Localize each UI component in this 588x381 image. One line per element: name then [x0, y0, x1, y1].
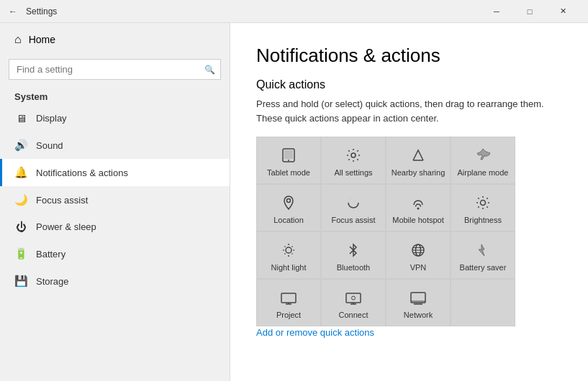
battery-icon: 🔋: [14, 247, 27, 260]
tile-tablet-mode-label: Tablet mode: [264, 168, 313, 178]
tile-network-label: Network: [401, 311, 435, 320]
sidebar-search-container: 🔍: [9, 59, 221, 80]
svg-rect-11: [346, 293, 361, 303]
svg-rect-10: [281, 293, 296, 303]
sidebar-item-label-battery: Battery: [36, 249, 65, 260]
svg-rect-1: [284, 150, 293, 159]
home-icon: ⌂: [14, 33, 22, 46]
sidebar-item-notifications[interactable]: 🔔 Notifications & actions: [0, 159, 230, 186]
battery-saver-icon: [475, 242, 491, 260]
sidebar-item-label-power: Power & sleep: [36, 221, 96, 232]
svg-point-5: [417, 207, 420, 209]
tablet-mode-icon: [281, 147, 297, 165]
tile-mobile-hotspot-label: Mobile hotspot: [389, 216, 447, 225]
svg-point-12: [352, 296, 356, 300]
project-icon: [281, 293, 297, 308]
tile-tablet-mode[interactable]: Tablet mode: [257, 137, 320, 183]
tile-vpn[interactable]: VPN: [386, 232, 450, 278]
tile-focus-assist[interactable]: Focus assist: [322, 185, 385, 231]
brightness-icon: [475, 195, 491, 213]
tile-nearby-sharing[interactable]: Nearby sharing: [386, 137, 450, 183]
sidebar-item-label-display: Display: [36, 113, 67, 124]
sidebar-item-display[interactable]: 🖥 Display: [0, 105, 230, 132]
connect-icon: [345, 293, 361, 308]
nearby-sharing-icon: [410, 147, 426, 165]
sidebar-item-battery[interactable]: 🔋 Battery: [0, 240, 230, 267]
window-controls: ─ □ ✕: [480, 0, 579, 23]
sidebar-item-label-sound: Sound: [36, 140, 63, 151]
tile-connect-label: Connect: [336, 311, 371, 320]
tile-vpn-label: VPN: [407, 263, 430, 272]
tile-night-light[interactable]: Night light: [257, 232, 320, 278]
sidebar-item-sound[interactable]: 🔊 Sound: [0, 132, 230, 159]
tile-all-settings[interactable]: All settings: [322, 137, 385, 183]
notifications-icon: 🔔: [14, 166, 27, 179]
focus-icon: 🌙: [14, 193, 27, 206]
tile-project-label: Project: [273, 311, 304, 320]
power-icon: ⏻: [14, 221, 27, 233]
night-light-icon: [281, 242, 297, 260]
vpn-icon: [410, 242, 426, 260]
tile-brightness[interactable]: Brightness: [451, 185, 515, 231]
storage-icon: 💾: [14, 275, 27, 288]
minimize-button[interactable]: ─: [480, 0, 513, 23]
sidebar-home[interactable]: ⌂ Home: [0, 23, 230, 56]
app-body: ⌂ Home 🔍 System 🖥 Display 🔊 Sound 🔔 Noti…: [0, 23, 588, 381]
search-icon: 🔍: [204, 65, 215, 75]
section-title: Quick actions: [256, 78, 562, 91]
bluetooth-icon: [347, 242, 360, 260]
tile-location-label: Location: [271, 216, 307, 225]
sidebar-item-label-focus: Focus assist: [36, 195, 88, 206]
tile-bluetooth[interactable]: Bluetooth: [322, 232, 385, 278]
svg-point-7: [286, 247, 291, 253]
tile-battery-saver[interactable]: Battery saver: [451, 232, 515, 278]
sidebar-item-focus[interactable]: 🌙 Focus assist: [0, 186, 230, 214]
tile-all-settings-label: All settings: [331, 168, 375, 178]
svg-point-3: [351, 153, 356, 157]
tile-focus-assist-label: Focus assist: [328, 216, 378, 225]
focus-assist-icon: [345, 195, 361, 213]
tile-night-light-label: Night light: [268, 263, 309, 272]
tile-airplane-mode-label: Airplane mode: [455, 168, 512, 178]
maximize-button[interactable]: □: [513, 0, 546, 23]
search-input[interactable]: [9, 59, 221, 80]
tile-airplane-mode[interactable]: Airplane mode: [451, 137, 515, 183]
all-settings-icon: [345, 147, 361, 165]
sidebar-item-label-storage: Storage: [36, 276, 69, 287]
tile-network[interactable]: Network: [386, 280, 450, 326]
sidebar-item-label-notifications: Notifications & actions: [36, 167, 128, 178]
tile-brightness-label: Brightness: [461, 216, 505, 225]
tile-project[interactable]: Project: [257, 280, 320, 326]
sound-icon: 🔊: [14, 139, 27, 152]
section-description: Press and hold (or select) quick actions…: [256, 97, 562, 125]
tile-location[interactable]: Location: [257, 185, 320, 231]
tile-connect[interactable]: Connect: [322, 280, 385, 326]
display-icon: 🖥: [14, 112, 27, 124]
sidebar-item-storage[interactable]: 💾 Storage: [0, 267, 230, 295]
title-bar: ← Settings ─ □ ✕: [0, 0, 588, 23]
svg-point-6: [481, 200, 486, 205]
sidebar-home-label: Home: [29, 34, 55, 45]
tile-empty: [451, 280, 515, 326]
tile-bluetooth-label: Bluetooth: [334, 263, 373, 272]
airplane-mode-icon: [475, 147, 491, 165]
svg-point-2: [288, 160, 289, 161]
network-icon: [410, 291, 426, 308]
back-button[interactable]: ←: [9, 6, 17, 17]
window-title: Settings: [26, 6, 480, 17]
sidebar-section-title: System: [0, 86, 230, 105]
page-title: Notifications & actions: [256, 45, 562, 67]
content-area: Notifications & actions Quick actions Pr…: [230, 23, 588, 381]
mobile-hotspot-icon: [410, 195, 426, 213]
tile-nearby-sharing-label: Nearby sharing: [389, 168, 448, 178]
sidebar-item-power[interactable]: ⏻ Power & sleep: [0, 214, 230, 240]
svg-point-4: [287, 198, 291, 202]
quick-actions-grid: Tablet mode All settings: [256, 137, 515, 326]
sidebar: ⌂ Home 🔍 System 🖥 Display 🔊 Sound 🔔 Noti…: [0, 23, 230, 381]
tile-mobile-hotspot[interactable]: Mobile hotspot: [386, 185, 450, 231]
close-button[interactable]: ✕: [546, 0, 579, 23]
add-remove-link[interactable]: Add or remove quick actions: [256, 327, 374, 338]
location-icon: [281, 195, 296, 213]
tile-battery-saver-label: Battery saver: [457, 263, 510, 272]
